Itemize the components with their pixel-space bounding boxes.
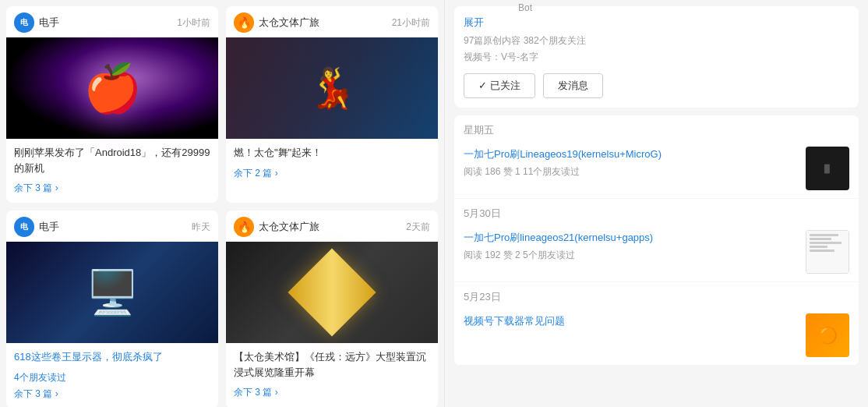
articles-section: 星期五 一加七Pro刷Lineageos19(kernelsu+MicroG) … bbox=[454, 115, 859, 366]
avatar-3: 电 bbox=[14, 217, 34, 237]
card-more-3[interactable]: 余下 3 篇 › bbox=[14, 388, 58, 399]
author-name-1: 电手 bbox=[39, 16, 59, 30]
friends-read-3: 4个朋友读过 bbox=[14, 372, 66, 383]
article-meta-1-0: 阅读 192 赞 2 5个朋友读过 bbox=[464, 249, 798, 262]
feed-card-4[interactable]: 🔥 太仓文体广旅 2天前 【太仓美术馆】《任戎：远方》大型装置沉浸式展览隆重开幕… bbox=[226, 211, 438, 407]
card-image-2: 💃 bbox=[226, 37, 438, 139]
article-group-0: 星期五 一加七Pro刷Lineageos19(kernelsu+MicroG) … bbox=[454, 115, 859, 199]
apple-logo-icon: 🍎 bbox=[83, 61, 142, 116]
avatar-4: 🔥 bbox=[234, 217, 254, 237]
feed-card-1[interactable]: 电 电手 1小时前 🍎 刚刚苹果发布了「Android18」，还有29999的新… bbox=[6, 6, 218, 203]
dance-icon: 💃 bbox=[308, 65, 356, 111]
card-header-3: 电 电手 昨天 bbox=[6, 211, 218, 242]
follow-button[interactable]: ✓ 已关注 bbox=[464, 73, 535, 98]
card-image-1: 🍎 bbox=[6, 37, 218, 139]
card-time-2: 21小时前 bbox=[392, 16, 430, 30]
monitor-icon: 🖥️ bbox=[86, 267, 139, 318]
feed-grid: 电 电手 1小时前 🍎 刚刚苹果发布了「Android18」，还有29999的新… bbox=[6, 6, 438, 407]
article-group-1: 5月30日 一加七Pro刷lineageos21(kernelsu+gapps)… bbox=[454, 199, 859, 282]
article-title-2-0: 视频号下载器常见问题 bbox=[464, 313, 798, 329]
article-title-0-0: 一加七Pro刷Lineageos19(kernelsu+MicroG) bbox=[464, 147, 798, 162]
article-date-1: 5月30日 bbox=[454, 199, 859, 225]
article-thumb-0-0: ▉ bbox=[806, 147, 849, 190]
article-link-2-0[interactable]: 视频号下载器常见问题 bbox=[464, 315, 565, 327]
article-thumb-1-0 bbox=[806, 230, 849, 274]
article-title-1-0: 一加七Pro刷lineageos21(kernelsu+gapps) bbox=[464, 230, 798, 246]
feed-card-2[interactable]: 🔥 太仓文体广旅 21小时前 💃 燃！太仓"舞"起来！ 余下 2 篇 › bbox=[226, 6, 438, 203]
avatar-1: 电 bbox=[14, 12, 34, 33]
article-meta-0-0: 阅读 186 赞 1 11个朋友读过 bbox=[464, 165, 798, 179]
article-item-0-0[interactable]: 一加七Pro刷Lineageos19(kernelsu+MicroG) 阅读 1… bbox=[454, 142, 859, 199]
author-name-2: 太仓文体广旅 bbox=[259, 16, 319, 30]
feed-panel: 电 电手 1小时前 🍎 刚刚苹果发布了「Android18」，还有29999的新… bbox=[0, 0, 444, 407]
thumb-orange-icon: 🟠 bbox=[806, 313, 849, 357]
card-title-4: 【太仓美术馆】《任戎：远方》大型装置沉浸式展览隆重开幕 bbox=[226, 343, 438, 383]
article-item-1-0[interactable]: 一加七Pro刷lineageos21(kernelsu+gapps) 阅读 19… bbox=[454, 225, 859, 282]
card-more-1[interactable]: 余下 3 篇 › bbox=[14, 182, 58, 193]
article-group-2: 5月23日 视频号下载器常见问题 🟠 bbox=[454, 282, 859, 366]
profile-video-id: 视频号：V号-名字 bbox=[464, 51, 849, 64]
card-author-2: 🔥 太仓文体广旅 bbox=[234, 12, 319, 33]
card-author-4: 🔥 太仓文体广旅 bbox=[234, 217, 319, 237]
right-panel: 展开 97篇原创内容 382个朋友关注 视频号：V号-名字 ✓ 已关注 发消息 … bbox=[444, 0, 868, 407]
card-more-2[interactable]: 余下 2 篇 › bbox=[234, 168, 278, 179]
bot-label: Bot bbox=[518, 2, 532, 13]
card-time-4: 2天前 bbox=[406, 221, 430, 234]
article-date-2: 5月23日 bbox=[454, 282, 859, 309]
article-content-2-0: 视频号下载器常见问题 bbox=[464, 313, 798, 332]
card-image-3: 🖥️ bbox=[6, 242, 218, 343]
profile-stats: 97篇原创内容 382个朋友关注 bbox=[464, 34, 849, 48]
article-content-0-0: 一加七Pro刷Lineageos19(kernelsu+MicroG) 阅读 1… bbox=[464, 147, 798, 179]
action-buttons: ✓ 已关注 发消息 bbox=[464, 73, 849, 98]
card-footer-4[interactable]: 余下 3 篇 › bbox=[226, 383, 438, 399]
card-author-3: 电 电手 bbox=[14, 217, 59, 237]
card-header-1: 电 电手 1小时前 bbox=[6, 6, 218, 37]
card-footer-2[interactable]: 余下 2 篇 › bbox=[226, 164, 438, 180]
card-more-4[interactable]: 余下 3 篇 › bbox=[234, 387, 278, 398]
expand-button[interactable]: 展开 bbox=[464, 16, 849, 30]
author-name-3: 电手 bbox=[39, 220, 59, 234]
article-content-1-0: 一加七Pro刷lineageos21(kernelsu+gapps) 阅读 19… bbox=[464, 230, 798, 262]
message-button[interactable]: 发消息 bbox=[543, 73, 603, 98]
card-header-2: 🔥 太仓文体广旅 21小时前 bbox=[226, 6, 438, 37]
thumb-code-icon bbox=[806, 230, 849, 274]
card-footer-3a: 4个朋友读过 bbox=[6, 368, 218, 384]
card-title-3: 618这些卷王显示器，彻底杀疯了 bbox=[6, 343, 218, 368]
card-time-1: 1小时前 bbox=[177, 16, 210, 30]
card-time-3: 昨天 bbox=[192, 221, 210, 234]
card-author-1: 电 电手 bbox=[14, 12, 59, 33]
diamond-icon bbox=[288, 248, 376, 336]
article-item-2-0[interactable]: 视频号下载器常见问题 🟠 bbox=[454, 309, 859, 366]
card-title-2: 燃！太仓"舞"起来！ bbox=[226, 139, 438, 164]
avatar-2: 🔥 bbox=[234, 12, 254, 33]
article-link-1-0[interactable]: 一加七Pro刷lineageos21(kernelsu+gapps) bbox=[464, 232, 653, 243]
thumb-dark-icon: ▉ bbox=[806, 147, 849, 190]
author-name-4: 太仓文体广旅 bbox=[259, 220, 319, 234]
article-thumb-2-0: 🟠 bbox=[806, 313, 849, 357]
card-footer-1[interactable]: 余下 3 篇 › bbox=[6, 179, 218, 195]
feed-card-3[interactable]: 电 电手 昨天 🖥️ 618这些卷王显示器，彻底杀疯了 4个朋友读过 余下 3 … bbox=[6, 211, 218, 407]
profile-section: 展开 97篇原创内容 382个朋友关注 视频号：V号-名字 ✓ 已关注 发消息 bbox=[454, 6, 859, 108]
card-footer-3[interactable]: 余下 3 篇 › bbox=[6, 384, 218, 401]
article-date-0: 星期五 bbox=[454, 115, 859, 142]
card-link-3[interactable]: 618这些卷王显示器，彻底杀疯了 bbox=[14, 351, 163, 363]
article-link-0-0[interactable]: 一加七Pro刷Lineageos19(kernelsu+MicroG) bbox=[464, 148, 662, 160]
card-image-4 bbox=[226, 242, 438, 343]
card-header-4: 🔥 太仓文体广旅 2天前 bbox=[226, 211, 438, 242]
card-title-1: 刚刚苹果发布了「Android18」，还有29999的新机 bbox=[6, 139, 218, 179]
